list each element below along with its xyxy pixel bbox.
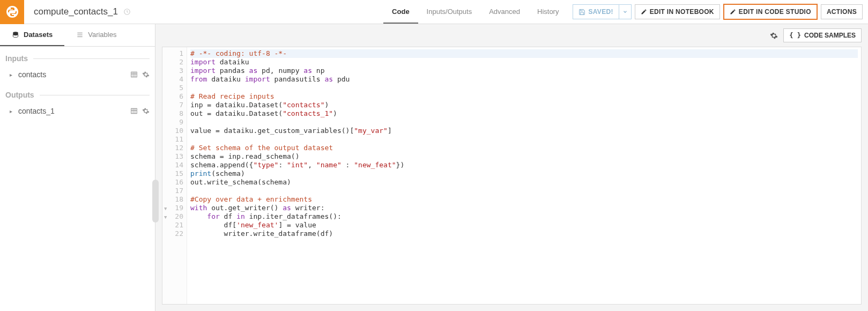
edit-in-code-studio-button[interactable]: EDIT IN CODE STUDIO: [723, 4, 818, 20]
pencil-icon: [730, 9, 736, 15]
line-number: 4: [162, 75, 183, 84]
content-toolbar: { } CODE SAMPLES: [155, 24, 868, 47]
sidebar-tab-datasets-label: Datasets: [24, 31, 53, 39]
save-icon: [578, 9, 585, 16]
recipe-title: compute_contacts_1: [34, 6, 118, 17]
outputs-heading: Outputs: [0, 83, 155, 102]
top-actions: SAVED! EDIT IN NOTEBOOK EDIT IN CODE STU…: [567, 4, 868, 20]
code-body[interactable]: # -*- coding: utf-8 -*-import dataikuimp…: [187, 47, 861, 304]
input-name: contacts: [18, 70, 130, 79]
top-bar: compute_contacts_1 CodeInputs/OutputsAdv…: [0, 0, 868, 24]
sidebar-tab-datasets[interactable]: Datasets: [0, 24, 64, 46]
line-number: 22: [162, 229, 183, 238]
sidebar: Datasets Variables Inputs ▸ contacts Out…: [0, 24, 155, 311]
code-line[interactable]: [190, 118, 858, 127]
code-line[interactable]: # Read recipe inputs: [190, 92, 858, 101]
line-number: 19▼: [162, 204, 183, 212]
input-item[interactable]: ▸ contacts: [0, 66, 155, 83]
line-number: 17: [162, 187, 183, 195]
caret-right-icon: ▸: [10, 72, 15, 78]
code-samples-button[interactable]: { } CODE SAMPLES: [783, 28, 862, 42]
output-item[interactable]: ▸ contacts_1: [0, 102, 155, 120]
line-number: 12: [162, 144, 183, 152]
sidebar-tab-variables[interactable]: Variables: [64, 24, 128, 46]
code-line[interactable]: inp = dataiku.Dataset("contacts"): [190, 101, 858, 109]
pencil-icon: [641, 9, 647, 15]
actions-label: ACTIONS: [827, 8, 857, 16]
fold-icon[interactable]: ▼: [164, 204, 167, 213]
line-number: 8: [162, 109, 183, 118]
sidebar-tabs: Datasets Variables: [0, 24, 155, 47]
gear-icon[interactable]: [142, 71, 150, 78]
code-line[interactable]: out = dataiku.Dataset("contacts_1"): [190, 109, 858, 118]
line-gutter: 12345678910111213141516171819▼20▼2122: [162, 47, 187, 304]
line-number: 7: [162, 101, 183, 109]
svg-rect-6: [131, 72, 137, 77]
sidebar-drag-handle[interactable]: [152, 180, 159, 223]
code-line[interactable]: from dataiku import pandasutils as pdu: [190, 75, 858, 84]
database-icon: [12, 31, 19, 39]
edit-in-notebook-button[interactable]: EDIT IN NOTEBOOK: [635, 4, 720, 19]
tab-inputs-outputs[interactable]: Inputs/Outputs: [418, 0, 481, 24]
settings-gear-icon[interactable]: [770, 32, 778, 40]
table-icon[interactable]: [130, 71, 138, 78]
line-number: 11: [162, 135, 183, 144]
line-number: 1: [162, 49, 183, 58]
line-number: 14: [162, 161, 183, 169]
line-number: 10: [162, 127, 183, 135]
main: Datasets Variables Inputs ▸ contacts Out…: [0, 24, 868, 311]
code-line[interactable]: df['new_feat'] = value: [190, 221, 858, 229]
code-line[interactable]: out.write_schema(schema): [190, 178, 858, 187]
list-icon: [76, 31, 84, 39]
tab-advanced[interactable]: Advanced: [480, 0, 529, 24]
history-icon[interactable]: [123, 8, 131, 16]
chevron-down-icon: [622, 9, 628, 14]
code-line[interactable]: [190, 187, 858, 195]
code-editor[interactable]: 12345678910111213141516171819▼20▼2122 # …: [162, 47, 862, 305]
line-number: 18: [162, 195, 183, 204]
saved-dropdown[interactable]: [619, 4, 632, 19]
app-logo[interactable]: [0, 0, 24, 24]
saved-label: SAVED!: [588, 8, 613, 16]
line-number: 6: [162, 92, 183, 101]
sidebar-tab-variables-label: Variables: [88, 31, 116, 39]
code-line[interactable]: [190, 135, 858, 144]
code-samples-label: CODE SAMPLES: [804, 32, 856, 39]
actions-button[interactable]: ACTIONS: [821, 4, 863, 19]
code-line[interactable]: # -*- coding: utf-8 -*-: [190, 49, 858, 58]
tab-history[interactable]: History: [529, 0, 567, 24]
line-number: 2: [162, 58, 183, 66]
code-line[interactable]: schema = inp.read_schema(): [190, 152, 858, 161]
line-number: 20▼: [162, 212, 183, 221]
code-line[interactable]: import pandas as pd, numpy as np: [190, 66, 858, 75]
code-line[interactable]: schema.append({"type": "int", "name" : "…: [190, 161, 858, 169]
code-line[interactable]: import dataiku: [190, 58, 858, 66]
line-number: 9: [162, 118, 183, 127]
code-line[interactable]: value = dataiku.get_custom_variables()["…: [190, 127, 858, 135]
fold-icon[interactable]: ▼: [164, 213, 167, 221]
code-line[interactable]: with out.get_writer() as writer:: [190, 204, 858, 212]
gear-icon[interactable]: [142, 107, 150, 115]
line-number: 3: [162, 66, 183, 75]
code-line[interactable]: [190, 84, 858, 92]
code-line[interactable]: #Copy over data + enrichments: [190, 195, 858, 204]
content-area: { } CODE SAMPLES 12345678910111213141516…: [155, 24, 868, 311]
code-line[interactable]: print(schema): [190, 169, 858, 178]
edit-notebook-label: EDIT IN NOTEBOOK: [650, 8, 714, 16]
header-tabs: CodeInputs/OutputsAdvancedHistory: [383, 0, 567, 24]
line-number: 5: [162, 84, 183, 92]
code-line[interactable]: for df in inp.iter_dataframes():: [190, 212, 858, 221]
tab-code[interactable]: Code: [383, 0, 418, 24]
caret-right-icon: ▸: [10, 108, 15, 114]
code-line[interactable]: # Set schema of the output dataset: [190, 144, 858, 152]
output-name: contacts_1: [18, 107, 130, 115]
inputs-heading: Inputs: [0, 47, 155, 66]
line-number: 13: [162, 152, 183, 161]
table-icon[interactable]: [130, 107, 138, 115]
saved-group: SAVED!: [573, 4, 631, 19]
braces-icon: { }: [789, 32, 801, 39]
line-number: 21: [162, 221, 183, 229]
code-line[interactable]: writer.write_dataframe(df): [190, 229, 858, 238]
line-number: 15: [162, 169, 183, 178]
python-icon: [6, 5, 19, 18]
